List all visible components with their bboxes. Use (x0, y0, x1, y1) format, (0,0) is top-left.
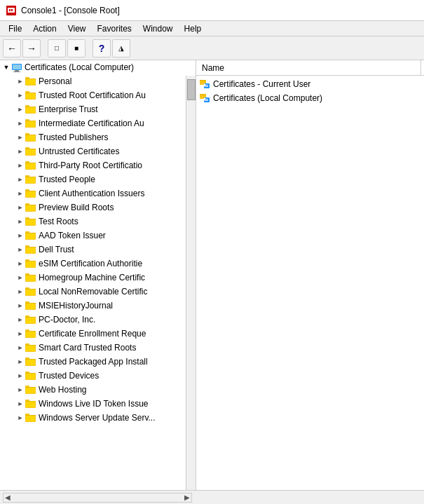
svg-rect-21 (26, 107, 35, 113)
tree-item[interactable]: ► Trusted Root Certification Au (0, 88, 196, 102)
svg-rect-91 (26, 304, 35, 309)
tree-item[interactable]: ► Smart Card Trusted Roots (0, 341, 196, 355)
tree-item[interactable]: ► Untrusted Certificates (0, 144, 196, 158)
tree-item[interactable]: ► Trusted Publishers (0, 130, 196, 144)
tree-root[interactable]: ▼ Certificates (Local Computer) (0, 60, 196, 74)
tree-item[interactable]: ► Client Authentication Issuers (0, 186, 196, 200)
scroll-left-arrow[interactable]: ◀ (4, 493, 12, 501)
svg-rect-42 (25, 163, 36, 163)
svg-rect-101 (26, 332, 35, 337)
tree-item[interactable]: ► Windows Live ID Token Issue (0, 397, 196, 411)
tree-item[interactable]: ► Certificate Enrollment Reque (0, 327, 196, 341)
tree-panel[interactable]: ▼ Certificates (Local Computer) ► Person… (0, 60, 196, 490)
svg-rect-92 (25, 303, 36, 304)
properties-button[interactable]: ◮ (112, 39, 130, 57)
svg-rect-107 (25, 345, 36, 346)
tree-item[interactable]: ► Enterprise Trust (0, 102, 196, 116)
folder-icon (25, 104, 36, 114)
tree-item-label: Test Roots (39, 217, 78, 226)
tree-item[interactable]: ► PC-Doctor, Inc. (0, 313, 196, 327)
svg-rect-96 (26, 318, 35, 323)
right-panel-item[interactable]: Certificates - Current User (196, 77, 424, 91)
svg-rect-136 (205, 85, 208, 86)
folder-icon (25, 287, 36, 297)
tree-item[interactable]: ► Preview Build Roots (0, 200, 196, 214)
expand-arrow: ► (15, 231, 25, 240)
tree-item[interactable]: ► Trusted People (0, 172, 196, 186)
svg-rect-67 (25, 233, 36, 233)
tree-item[interactable]: ► Trusted Packaged App Install (0, 355, 196, 369)
svg-rect-137 (205, 86, 208, 87)
svg-rect-72 (25, 247, 36, 247)
tree-item[interactable]: ► Dell Trust (0, 243, 196, 257)
menu-file[interactable]: File (3, 22, 27, 35)
folder-icon (25, 315, 36, 325)
tree-item-label: Untrusted Certificates (39, 147, 119, 156)
root-expand-arrow: ▼ (1, 62, 11, 72)
tree-item-label: MSIEHistoryJournal (39, 301, 113, 311)
main-area: ▼ Certificates (Local Computer) ► Person… (0, 60, 424, 490)
tree-item[interactable]: ► Test Roots (0, 214, 196, 229)
right-item-label: Certificates (Local Computer) (213, 93, 322, 103)
svg-rect-52 (25, 191, 36, 191)
column-header-row: Name (196, 60, 424, 76)
folder-icon (25, 76, 36, 86)
tree-item[interactable]: ► MSIEHistoryJournal (0, 299, 196, 313)
show-hide-button[interactable]: ■ (67, 39, 86, 57)
svg-rect-27 (25, 121, 36, 121)
svg-rect-116 (26, 374, 35, 379)
tree-item[interactable]: ► Personal (0, 74, 196, 88)
right-item-label: Certificates - Current User (213, 79, 310, 89)
svg-rect-117 (25, 373, 36, 374)
tree-item[interactable]: ► AAD Token Issuer (0, 229, 196, 243)
tree-item[interactable]: ► Homegroup Machine Certific (0, 271, 196, 285)
folder-icon (25, 343, 36, 353)
h-scrollbar-left[interactable]: ◀ ▶ (3, 493, 192, 503)
forward-icon: → (27, 43, 36, 54)
tree-item-label: Trusted Packaged App Install (39, 357, 148, 367)
scroll-right-arrow[interactable]: ▶ (183, 493, 191, 501)
tree-item[interactable]: ► Intermediate Certification Au (0, 116, 196, 130)
folder-icon (25, 259, 36, 268)
computer-icon (11, 62, 22, 72)
menu-window[interactable]: Window (137, 22, 179, 35)
menu-action[interactable]: Action (27, 22, 62, 35)
menu-help[interactable]: Help (179, 22, 207, 35)
svg-rect-106 (26, 346, 35, 351)
svg-rect-61 (26, 219, 35, 225)
folder-icon (25, 161, 36, 170)
svg-rect-102 (25, 331, 36, 332)
svg-rect-37 (25, 149, 36, 149)
tree-item-label: Homegroup Machine Certific (39, 273, 145, 282)
svg-rect-141 (200, 94, 206, 95)
right-panel-item[interactable]: Certificates (Local Computer) (196, 91, 424, 105)
svg-rect-132 (25, 415, 36, 416)
expand-arrow: ► (15, 301, 25, 311)
name-column-header[interactable]: Name (199, 60, 421, 75)
tree-item[interactable]: ► Trusted Devices (0, 369, 196, 383)
back-button[interactable]: ← (3, 39, 21, 57)
menu-favorites[interactable]: Favorites (92, 22, 137, 35)
menu-view[interactable]: View (62, 22, 92, 35)
tree-item[interactable]: ► Web Hosting (0, 383, 196, 397)
tree-item[interactable]: ► eSIM Certification Authoritie (0, 257, 196, 271)
help-button[interactable]: ? (93, 39, 111, 57)
tree-item-label: Trusted People (39, 175, 95, 184)
forward-button[interactable]: → (22, 39, 41, 57)
tree-scrollbar[interactable] (186, 76, 196, 490)
svg-rect-143 (205, 99, 208, 100)
menu-bar: File Action View Favorites Window Help (0, 21, 424, 36)
tree-item[interactable]: ► Windows Server Update Serv... (0, 411, 196, 425)
up-button[interactable]: □ (48, 39, 66, 57)
right-panel: Name Certificates - Current User Certifi… (196, 60, 424, 490)
expand-arrow: ► (15, 132, 25, 142)
tree-item[interactable]: ► Third-Party Root Certificatio (0, 158, 196, 172)
svg-rect-134 (200, 80, 206, 81)
tree-item-label: Trusted Publishers (39, 132, 109, 142)
svg-rect-81 (26, 275, 35, 281)
svg-rect-122 (25, 387, 36, 388)
svg-rect-32 (25, 135, 36, 135)
tree-item[interactable]: ► Local NonRemovable Certific (0, 285, 196, 299)
folder-icon (25, 413, 36, 423)
scrollbar-thumb[interactable] (187, 79, 196, 100)
